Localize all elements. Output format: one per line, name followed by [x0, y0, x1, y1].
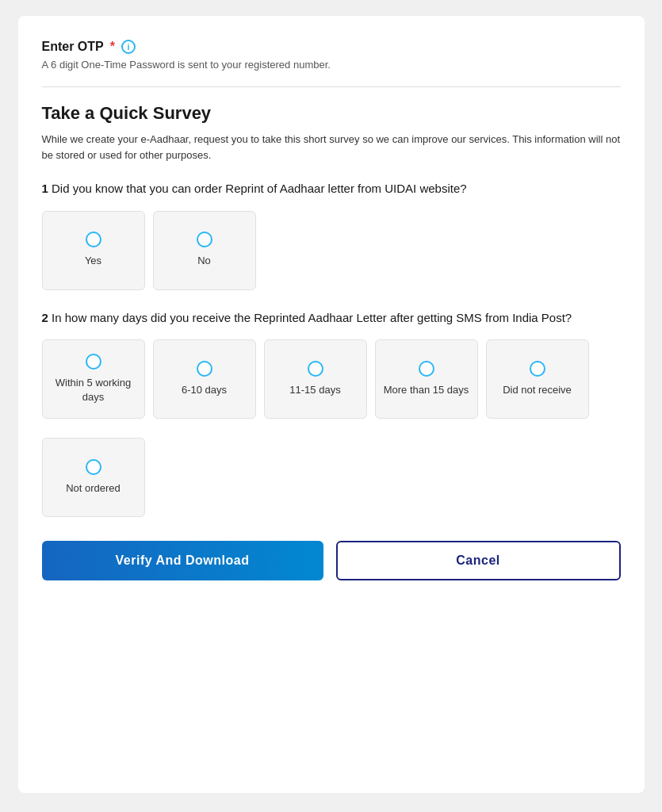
- q2-option-6to10[interactable]: 6-10 days: [153, 339, 256, 419]
- section-divider: [42, 86, 621, 87]
- verify-download-button[interactable]: Verify And Download: [42, 541, 323, 580]
- q1-label-no: No: [197, 254, 211, 268]
- q1-option-yes[interactable]: Yes: [42, 211, 145, 290]
- q2-option-more15[interactable]: More than 15 days: [375, 339, 478, 419]
- otp-label-row: Enter OTP * i: [42, 40, 621, 54]
- survey-description: While we create your e-Aadhaar, request …: [42, 132, 621, 163]
- q2-options-row2: Not ordered: [42, 438, 621, 517]
- otp-label-text: Enter OTP: [42, 40, 104, 54]
- main-container: Enter OTP * i A 6 digit One-Time Passwor…: [18, 16, 645, 793]
- q2-radio-11to15: [308, 361, 323, 377]
- info-icon[interactable]: i: [121, 40, 136, 54]
- cancel-button[interactable]: Cancel: [336, 541, 621, 580]
- otp-section: Enter OTP * i A 6 digit One-Time Passwor…: [42, 40, 621, 71]
- q2-label-didnot: Did not receive: [503, 383, 572, 397]
- otp-description: A 6 digit One-Time Password is sent to y…: [42, 59, 621, 71]
- q2-radio-notordered: [86, 459, 101, 475]
- q1-option-no[interactable]: No: [153, 211, 256, 290]
- q1-number: 1: [42, 182, 48, 195]
- q2-options-row: Within 5 working days 6-10 days 11-15 da…: [42, 339, 621, 419]
- q1-label-yes: Yes: [85, 254, 101, 268]
- question-2: 2 In how many days did you receive the R…: [42, 309, 621, 327]
- q2-radio-6to10: [197, 361, 212, 377]
- q2-label-notordered: Not ordered: [66, 481, 121, 496]
- q1-options-row: Yes No: [42, 211, 621, 290]
- q2-label-11to15: 11-15 days: [289, 383, 340, 397]
- q2-label-within5: Within 5 working days: [49, 376, 138, 404]
- q2-option-notordered[interactable]: Not ordered: [42, 438, 145, 517]
- q1-radio-yes: [86, 232, 101, 247]
- q2-option-didnot[interactable]: Did not receive: [486, 339, 589, 419]
- q2-text: In how many days did you receive the Rep…: [52, 311, 572, 324]
- q2-label-6to10: 6-10 days: [182, 383, 227, 397]
- question-1: 1 Did you know that you can order Reprin…: [42, 180, 621, 198]
- survey-title: Take a Quick Survey: [42, 103, 621, 124]
- q2-radio-more15: [419, 361, 434, 377]
- q2-option-within5[interactable]: Within 5 working days: [42, 339, 145, 419]
- q1-text: Did you know that you can order Reprint …: [52, 182, 467, 195]
- survey-section: Take a Quick Survey While we create your…: [42, 103, 621, 517]
- q2-radio-within5: [86, 354, 101, 370]
- required-marker: *: [110, 40, 115, 54]
- q2-label-more15: More than 15 days: [384, 383, 469, 397]
- q1-radio-no: [197, 232, 212, 247]
- button-row: Verify And Download Cancel: [42, 541, 621, 580]
- q2-option-11to15[interactable]: 11-15 days: [264, 339, 367, 419]
- q2-radio-didnot: [530, 361, 545, 377]
- q2-number: 2: [42, 311, 48, 324]
